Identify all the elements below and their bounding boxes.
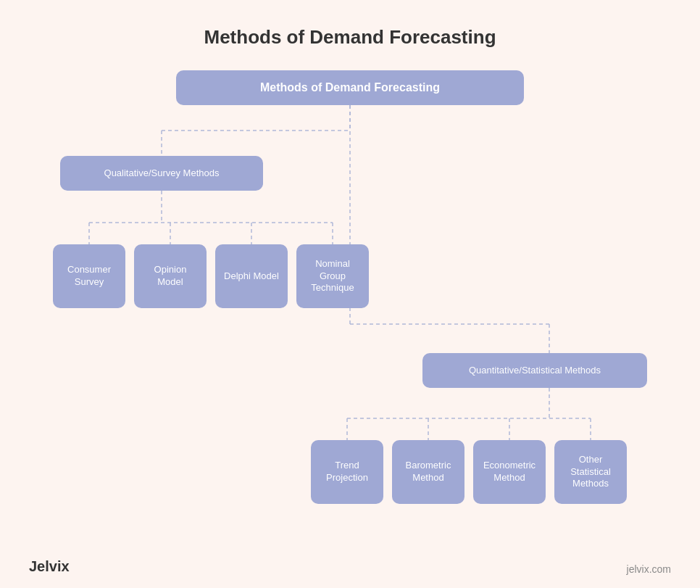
footer-url: jelvix.com xyxy=(627,563,671,575)
opinion-model-node: Opinion Model xyxy=(134,244,207,308)
trend-projection-node: Trend Projection xyxy=(311,440,383,504)
diagram-area: Methods of Demand Forecasting Qualitativ… xyxy=(38,70,662,588)
footer-brand: Jelvix xyxy=(29,558,70,575)
nominal-group-node: Nominal Group Technique xyxy=(296,244,369,308)
root-node: Methods of Demand Forecasting xyxy=(176,70,524,105)
econometric-method-node: Econometric Method xyxy=(473,440,546,504)
quantitative-node: Quantitative/Statistical Methods xyxy=(422,353,647,388)
page-title: Methods of Demand Forecasting xyxy=(204,26,496,49)
delphi-model-node: Delphi Model xyxy=(215,244,288,308)
consumer-survey-node: Consumer Survey xyxy=(53,244,125,308)
barometric-method-node: Barometric Method xyxy=(392,440,464,504)
page-container: Methods of Demand Forecasting xyxy=(0,0,700,588)
connectors-svg xyxy=(38,70,662,588)
qualitative-node: Qualitative/Survey Methods xyxy=(60,156,263,191)
other-statistical-node: Other Statistical Methods xyxy=(554,440,627,504)
